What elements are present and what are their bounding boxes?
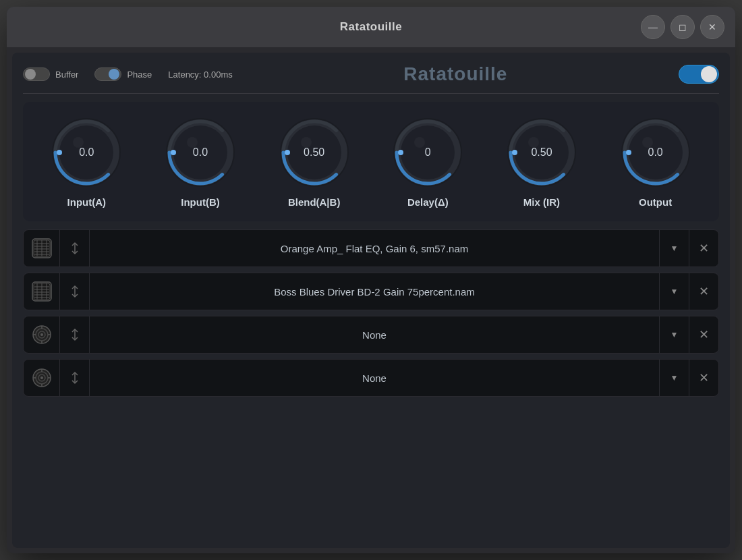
slot-row-1: Orange Amp_ Flat EQ, Gain 6, sm57.nam▼✕ (23, 229, 719, 267)
slot-dropdown-button-2[interactable]: ▼ (659, 273, 689, 310)
svg-point-2 (57, 150, 62, 155)
svg-point-47 (40, 333, 43, 336)
slots-section: Orange Amp_ Flat EQ, Gain 6, sm57.nam▼✕ … (23, 229, 719, 537)
knob-mix-ir[interactable]: 0.50Mix (IR) (505, 115, 579, 208)
svg-point-14 (398, 150, 403, 155)
slot-icon-button-3[interactable] (24, 316, 60, 353)
close-button[interactable]: ✕ (700, 15, 724, 39)
slot-close-button-3[interactable]: ✕ (689, 316, 718, 353)
svg-point-9 (287, 125, 341, 179)
slot-name-2: Boss Blues Driver BD-2 Gain 75percent.na… (90, 286, 659, 298)
window-title: Ratatouille (340, 20, 402, 34)
slot-name-3: None (90, 329, 659, 341)
svg-point-22 (626, 150, 631, 155)
slot-close-button-4[interactable]: ✕ (689, 360, 718, 396)
phase-label: Phase (127, 69, 152, 80)
svg-point-18 (512, 150, 517, 155)
knob-blend[interactable]: 0.50Blend(A|B) (277, 115, 351, 208)
power-toggle[interactable] (679, 65, 719, 84)
slot-icon-button-1[interactable] (24, 230, 60, 267)
svg-point-7 (187, 137, 198, 148)
knob-input-b[interactable]: 0.0Input(B) (163, 115, 237, 208)
slot-close-button-1[interactable]: ✕ (689, 230, 718, 267)
knob-delay[interactable]: 0Delay(Δ) (391, 115, 465, 208)
svg-point-10 (285, 150, 290, 155)
slot-dropdown-button-3[interactable]: ▼ (659, 316, 689, 353)
phase-toggle[interactable] (94, 67, 121, 81)
svg-point-3 (73, 137, 84, 148)
latency-display: Latency: 0.00ms (168, 69, 232, 80)
buffer-toggle[interactable] (23, 67, 50, 81)
knobs-section: 0.0Input(A) 0.0Input(B) 0.50Blend(A|B) (23, 102, 719, 221)
knob-widget-input-b[interactable]: 0.0 (163, 115, 237, 190)
knob-widget-blend[interactable]: 0.50 (277, 115, 351, 190)
minimize-button[interactable]: — (641, 15, 665, 39)
title-bar: Ratatouille — ◻ ✕ (7, 7, 735, 47)
app-title: Ratatouille (244, 63, 668, 85)
slot-icon-button-4[interactable] (24, 360, 60, 396)
knob-label-input-a: Input(A) (67, 196, 106, 208)
svg-point-6 (171, 150, 176, 155)
svg-point-17 (515, 125, 569, 179)
knob-widget-mix-ir[interactable]: 0.50 (505, 115, 579, 190)
slot-transfer-button-2[interactable] (60, 273, 90, 310)
slot-transfer-button-4[interactable] (60, 360, 90, 396)
knob-widget-output[interactable]: 0.0 (619, 115, 693, 190)
knob-widget-input-a[interactable]: 0.0 (49, 115, 123, 190)
svg-point-23 (642, 137, 653, 148)
knob-widget-delay[interactable]: 0 (391, 115, 465, 190)
svg-point-1 (59, 125, 113, 179)
slot-transfer-button-1[interactable] (60, 230, 90, 267)
window-controls: — ◻ ✕ (641, 15, 724, 39)
top-controls: Buffer Phase Latency: 0.00ms Ratatouille (23, 63, 719, 94)
slot-dropdown-button-4[interactable]: ▼ (659, 360, 689, 396)
svg-point-13 (401, 125, 455, 179)
buffer-label: Buffer (55, 69, 78, 80)
slot-icon-button-2[interactable] (24, 273, 60, 310)
knob-label-input-b: Input(B) (181, 196, 219, 208)
slot-row-3: None▼✕ (23, 316, 719, 354)
svg-point-19 (528, 137, 539, 148)
knob-label-delay: Delay(Δ) (407, 196, 449, 208)
main-content: Buffer Phase Latency: 0.00ms Ratatouille… (12, 53, 730, 548)
knob-input-a[interactable]: 0.0Input(A) (49, 115, 123, 208)
svg-point-11 (301, 137, 312, 148)
svg-point-21 (629, 125, 683, 179)
main-window: Ratatouille — ◻ ✕ Buffer Phase Latency: … (7, 7, 735, 553)
knob-label-mix-ir: Mix (IR) (523, 196, 560, 208)
slot-dropdown-button-1[interactable]: ▼ (659, 230, 689, 267)
slot-name-4: None (90, 372, 659, 384)
knob-output[interactable]: 0.0Output (619, 115, 693, 208)
svg-point-15 (414, 137, 425, 148)
slot-row-2: Boss Blues Driver BD-2 Gain 75percent.na… (23, 273, 719, 310)
knob-label-blend: Blend(A|B) (288, 196, 341, 208)
knob-label-output: Output (639, 196, 672, 208)
svg-point-55 (40, 376, 43, 379)
slot-row-4: None▼✕ (23, 359, 719, 397)
slot-transfer-button-3[interactable] (60, 316, 90, 353)
svg-point-5 (173, 125, 227, 179)
maximize-button[interactable]: ◻ (670, 15, 695, 39)
slot-name-1: Orange Amp_ Flat EQ, Gain 6, sm57.nam (90, 243, 659, 254)
slot-close-button-2[interactable]: ✕ (689, 273, 718, 310)
